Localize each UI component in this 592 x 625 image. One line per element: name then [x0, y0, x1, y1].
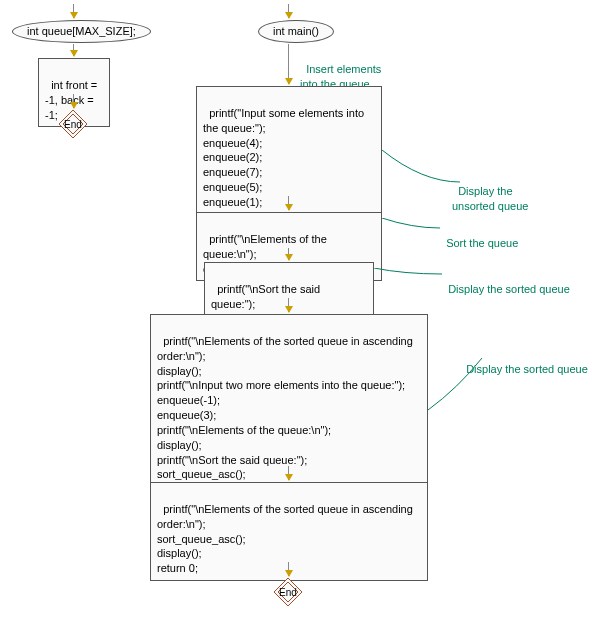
arrow-right-3	[288, 248, 289, 260]
arrow-right-1	[288, 44, 289, 84]
annotation-display-sorted-2-text: Display the sorted queue	[466, 363, 588, 375]
annotation-display-unsorted-text: Display the unsorted queue	[452, 185, 528, 211]
terminal-left-queue-decl: int queue[MAX_SIZE];	[12, 20, 151, 43]
box-right-1-enqueue-initial: printf("Input some elements into the que…	[196, 86, 382, 215]
end-right: End	[274, 578, 302, 606]
arrow-left-2	[73, 94, 74, 108]
end-right-text: End	[279, 587, 297, 598]
box-right-5-final: printf("\nElements of the sorted queue i…	[150, 482, 428, 581]
arrow-right-2	[288, 196, 289, 210]
annotation-display-unsorted: Display the unsorted queue	[452, 170, 528, 213]
box-right-1-text: printf("Input some elements into the que…	[203, 107, 364, 208]
terminal-right-main: int main()	[258, 20, 334, 43]
box-right-4-more: printf("\nElements of the sorted queue i…	[150, 314, 428, 487]
annotation-sort: Sort the queue	[440, 222, 518, 251]
arrow-right-entry	[288, 4, 289, 18]
annotation-display-sorted-1-text: Display the sorted queue	[448, 283, 570, 295]
arrow-right-4	[288, 298, 289, 312]
connector-a3	[382, 218, 442, 236]
end-left: End	[59, 110, 87, 138]
annotation-insert: Insert elements into the queue	[300, 48, 381, 91]
connector-a2	[382, 150, 462, 190]
arrow-left-entry	[73, 4, 74, 18]
terminal-right-main-text: int main()	[273, 25, 319, 37]
box-right-4-text: printf("\nElements of the sorted queue i…	[157, 335, 413, 481]
annotation-display-sorted-1: Display the sorted queue	[442, 268, 570, 297]
box-right-5-text: printf("\nElements of the sorted queue i…	[157, 503, 413, 574]
end-left-text: End	[64, 119, 82, 130]
annotation-display-sorted-2: Display the sorted queue	[460, 348, 588, 377]
annotation-sort-text: Sort the queue	[446, 237, 518, 249]
arrow-right-6	[288, 562, 289, 576]
terminal-left-queue-decl-text: int queue[MAX_SIZE];	[27, 25, 136, 37]
arrow-left-1	[73, 44, 74, 56]
arrow-right-5	[288, 466, 289, 480]
connector-a4	[374, 268, 444, 286]
